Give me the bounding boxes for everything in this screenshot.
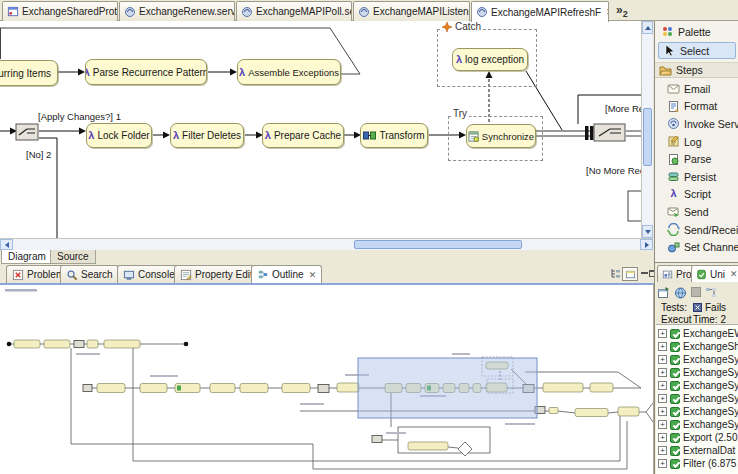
test-tree-item[interactable]: +ExchangeSy [658,366,738,379]
lambda-icon: λ [173,130,179,141]
stop-icon[interactable] [691,287,701,297]
editor-tab-exchange-shared-protoc[interactable]: ExchangeSharedProtoc [2,1,118,21]
overflow-count: 2 [623,9,628,19]
tab-console[interactable]: Console [117,265,181,283]
editor-tab-exchange-mapi-listener[interactable]: ExchangeMAPIListener [353,1,470,21]
editor-tab-exchange-mapi-refresh[interactable]: ExchangeMAPIRefreshF ✕ [471,1,609,22]
palette-item-parse[interactable]: Parse [667,150,738,168]
step-node-prepare-cache[interactable]: λ Prepare Cache [262,123,344,148]
test-tree-item[interactable]: +ExchangeSh [658,340,738,353]
palette-tool-select[interactable]: Select [658,42,736,59]
tab-search[interactable]: Search [60,265,119,283]
minimize-icon[interactable] [640,267,648,279]
link-editor-button[interactable] [622,267,638,281]
outline-viewport[interactable] [358,358,537,418]
editor-tab-exchange-renew[interactable]: ExchangeRenew.servic [119,1,235,21]
try-label[interactable]: Try [451,108,469,119]
test-tree-item[interactable]: +Export (2.50 [658,431,738,444]
tab-unit-test[interactable]: Uni ✕ [691,265,738,282]
lambda-icon: λ [239,67,245,78]
expander-icon[interactable]: + [658,459,667,468]
test-tree-item[interactable]: +ExchangeEW [658,327,738,340]
horizontal-scrollbar[interactable] [0,238,653,250]
palette-item-script[interactable]: λ Script [667,186,738,204]
palette-drawer-steps[interactable]: Steps [655,62,738,78]
expander-icon[interactable]: + [658,355,667,364]
expander-icon[interactable]: + [658,381,667,390]
palette-item-send[interactable]: Send [667,203,738,221]
expander-icon[interactable]: + [658,407,667,416]
test-item-label: Filter (6.875 [683,458,736,469]
switch-node-right[interactable] [594,124,625,141]
tab-diagram[interactable]: Diagram [1,250,53,264]
close-icon[interactable]: ✕ [309,270,317,280]
expander-icon[interactable]: + [658,394,667,403]
palette-item-send-receive[interactable]: Send/Receive [667,221,738,239]
service-file-icon [124,6,136,18]
expander-icon[interactable]: + [658,446,667,455]
editor-tab-exchange-mapi-poll[interactable]: ExchangeMAPIPoll.ser [236,1,352,21]
test-suite-icon [670,420,680,430]
palette-item-email[interactable]: Email [667,80,738,98]
step-node-filter-deletes[interactable]: λ Filter Deletes [170,123,244,148]
scroll-up-button[interactable] [642,21,653,34]
step-node-log-exception[interactable]: λ log exception [452,48,528,71]
rerun-test-icon[interactable] [657,286,670,299]
palette-item-format[interactable]: Format [667,98,738,116]
palette-item-set-channel[interactable]: Set Channel [667,238,738,256]
close-icon[interactable]: ✕ [606,7,609,17]
step-node-assemble-exceptions[interactable]: λ Assemble Exceptions [237,59,341,85]
tab-outline[interactable]: Outline ✕ [251,265,322,283]
palette-item-log[interactable]: Log [667,133,738,151]
palette-item-invoke-service[interactable]: Invoke Service [667,115,738,133]
palette-header[interactable]: Palette [661,25,711,38]
vertical-scroll-thumb[interactable] [643,108,652,166]
step-node-synchronize[interactable]: Synchronize [466,124,536,148]
palette-item-label: Send [684,206,709,218]
test-item-label: ExchangeSy [683,406,738,417]
node-label: Lock Folder [97,130,149,141]
tab-overflow-indicator[interactable]: »2 [616,3,628,19]
horizontal-scroll-thumb[interactable] [354,240,522,249]
outline-view[interactable] [0,283,654,474]
fails-stat: Fails [693,302,726,313]
expander-icon[interactable]: + [658,329,667,338]
expander-icon[interactable]: + [658,433,667,442]
test-tree-item[interactable]: +Filter (6.875 [658,457,738,470]
connector-plug [585,126,594,140]
vertical-scrollbar[interactable] [641,21,653,238]
clipped-node[interactable] [628,191,641,221]
expander-icon[interactable]: + [658,342,667,351]
switch-node-left[interactable] [16,124,38,140]
test-tree-item[interactable]: +ExternalDat [658,444,738,457]
expander-icon[interactable]: + [658,420,667,429]
scroll-right-button[interactable] [640,239,653,250]
step-node-parse-recurrence-pattern[interactable]: λ Parse Recurrence Pattern [85,59,207,85]
test-tree-item[interactable]: +ExchangeSy [658,379,738,392]
view-tree-icon[interactable] [610,267,622,279]
test-tree-item[interactable]: +ExchangeSy [658,392,738,405]
test-tree-item[interactable]: +ExchangeSy [658,353,738,366]
test-results-tree[interactable]: +ExchangeEW +ExchangeSh +ExchangeSy +Exc… [656,324,738,474]
hierarchy-icon[interactable] [705,286,718,299]
test-tree-item[interactable]: +ExchangeSy [658,418,738,431]
node-label: Prepare Cache [274,130,341,141]
test-tree-item[interactable]: +ExchangeSy [658,405,738,418]
step-node-recurring-items[interactable]: curring Items [0,60,58,86]
outline-thumbnail[interactable] [0,285,653,474]
lambda-icon: λ [667,188,680,201]
close-icon[interactable]: ✕ [730,269,738,279]
search-icon [66,269,78,281]
edge-label-no-more-recurring: [No More Recu [586,165,641,176]
node-label: log exception [465,54,524,65]
scroll-left-button[interactable] [0,239,13,250]
tab-source[interactable]: Source [50,250,96,264]
run-all-icon[interactable] [674,286,687,299]
catch-label[interactable]: Catch [440,21,483,32]
scroll-down-button[interactable] [642,225,653,238]
palette-item-persist[interactable]: Persist [667,168,738,186]
diagram-canvas[interactable]: Catch Try curring Items λ Parse Recurren… [0,21,641,238]
expander-icon[interactable]: + [658,368,667,377]
step-node-transform[interactable]: Transform [360,123,428,148]
step-node-lock-folder[interactable]: λ Lock Folder [86,123,152,148]
